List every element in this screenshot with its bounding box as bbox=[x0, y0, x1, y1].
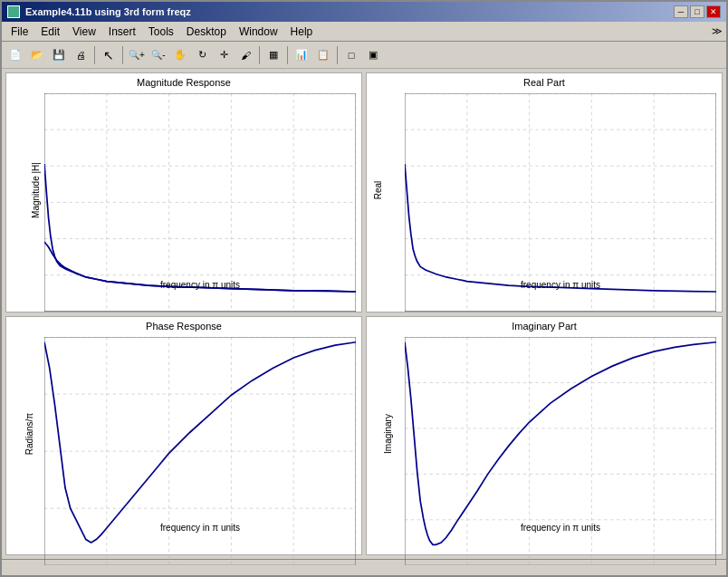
show-plots[interactable]: ▣ bbox=[363, 45, 383, 65]
plot-phase-title: Phase Response bbox=[6, 317, 361, 333]
pan-tool[interactable]: ✋ bbox=[170, 45, 190, 65]
menu-bar: File Edit View Insert Tools Desktop Wind… bbox=[2, 22, 726, 42]
maximize-button[interactable]: □ bbox=[690, 5, 704, 18]
menu-insert[interactable]: Insert bbox=[103, 24, 141, 40]
insert-legend[interactable]: 📊 bbox=[292, 45, 311, 65]
magnitude-x-label: frequency in π units bbox=[44, 280, 356, 290]
hide-legend[interactable]: 📋 bbox=[313, 45, 333, 65]
menu-extra: ≫ bbox=[712, 25, 723, 37]
magnitude-y-label: Magnitude |H| bbox=[31, 162, 41, 218]
data-cursor[interactable]: ✛ bbox=[214, 45, 234, 65]
brush-tool[interactable]: 🖌 bbox=[235, 45, 255, 65]
menu-view[interactable]: View bbox=[67, 24, 101, 40]
menu-desktop[interactable]: Desktop bbox=[181, 24, 232, 40]
title-bar: Example4.11b using 3rd form freqz ─ □ ✕ bbox=[2, 2, 726, 22]
menu-file[interactable]: File bbox=[5, 24, 34, 40]
save-button[interactable]: 💾 bbox=[49, 45, 69, 65]
title-bar-left: Example4.11b using 3rd form freqz bbox=[7, 5, 191, 18]
menu-tools[interactable]: Tools bbox=[143, 24, 179, 40]
plot-imaginary-title: Imaginary Part bbox=[367, 317, 722, 333]
link-axes[interactable]: □ bbox=[341, 45, 361, 65]
plot-real: Real Part Real bbox=[366, 72, 723, 313]
sep5 bbox=[337, 46, 338, 64]
menu-help[interactable]: Help bbox=[285, 24, 319, 40]
sep3 bbox=[259, 46, 260, 64]
imaginary-x-label: frequency in π units bbox=[405, 523, 716, 533]
plot-imaginary: Imaginary Part Imaginary bbox=[366, 316, 723, 556]
toolbar: 📄 📂 💾 🖨 ↖ 🔍+ 🔍- ✋ ↻ ✛ 🖌 ▦ 📊 📋 □ ▣ bbox=[2, 42, 726, 69]
sep1 bbox=[94, 46, 95, 64]
menu-edit[interactable]: Edit bbox=[35, 24, 65, 40]
plot-phase: Phase Response Radians/π bbox=[5, 316, 362, 556]
app-icon bbox=[7, 5, 20, 18]
plot-real-title: Real Part bbox=[367, 73, 722, 90]
zoom-out[interactable]: 🔍- bbox=[148, 45, 168, 65]
sep2 bbox=[122, 46, 123, 64]
phase-x-label: frequency in π units bbox=[44, 523, 356, 533]
new-button[interactable]: 📄 bbox=[5, 45, 25, 65]
plot-magnitude: Magnitude Response Magnitude |H| bbox=[5, 72, 362, 313]
real-x-label: frequency in π units bbox=[405, 280, 716, 290]
window-title: Example4.11b using 3rd form freqz bbox=[25, 6, 191, 17]
print-button[interactable]: 🖨 bbox=[71, 45, 91, 65]
real-y-label: Real bbox=[373, 181, 383, 200]
minimize-button[interactable]: ─ bbox=[674, 5, 688, 18]
insert-colorbar[interactable]: ▦ bbox=[263, 45, 283, 65]
plot-grid: Magnitude Response Magnitude |H| bbox=[2, 69, 726, 559]
rotate-tool[interactable]: ↻ bbox=[192, 45, 212, 65]
arrow-tool[interactable]: ↖ bbox=[99, 45, 119, 65]
menu-window[interactable]: Window bbox=[234, 24, 283, 40]
title-bar-controls: ─ □ ✕ bbox=[674, 5, 721, 18]
close-button[interactable]: ✕ bbox=[706, 5, 721, 18]
sep4 bbox=[287, 46, 288, 64]
main-window: Example4.11b using 3rd form freqz ─ □ ✕ … bbox=[0, 0, 728, 577]
zoom-in[interactable]: 🔍+ bbox=[127, 45, 147, 65]
imaginary-y-label: Imaginary bbox=[383, 414, 393, 454]
phase-y-label: Radians/π bbox=[24, 413, 34, 455]
open-button[interactable]: 📂 bbox=[27, 45, 47, 65]
plot-magnitude-title: Magnitude Response bbox=[6, 73, 361, 90]
